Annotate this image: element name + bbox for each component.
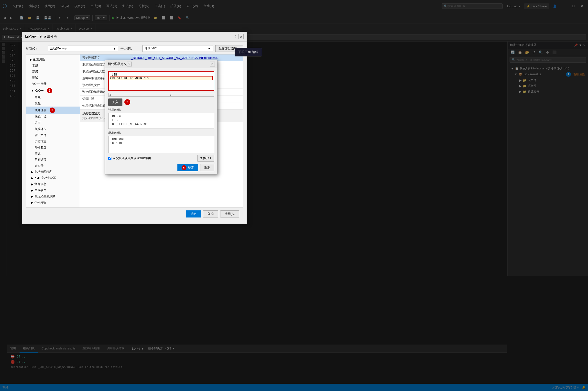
tree-advanced-cpp[interactable]: 高级	[26, 151, 80, 157]
preproc-line-1: _LIB	[110, 73, 213, 76]
tree-cpp-arrow: ▼	[31, 89, 34, 92]
preproc-cancel-button[interactable]: 取消	[200, 164, 214, 171]
preproc-close-button[interactable]: ✕	[210, 62, 215, 67]
properties-dialog-titlebar: LibNewmat_a 属性页 ? ✕	[22, 32, 247, 42]
preproc-dialog-titlebar: 预处理器定义 ? ✕	[105, 60, 217, 68]
tree-codegen[interactable]: 代码生成	[26, 114, 80, 120]
inherited-values-area[interactable]: _UNICODE UNICODE	[108, 136, 214, 153]
tree-config-arrow: ▶	[30, 58, 32, 61]
step5-bubble: 5	[124, 99, 130, 105]
inherit-checkbox-row: 从父级或项目默认设置继承(I) 宏(M) >>	[108, 155, 214, 162]
tree-browse-info[interactable]: 浏览信息	[26, 138, 80, 144]
prop-name-preprocessor-defs: 预处理器定义	[82, 56, 131, 60]
tree-vcdirs[interactable]: VC++ 目录	[26, 81, 80, 87]
tree-precompiled[interactable]: 预编译头	[26, 126, 80, 132]
properties-dialog-close[interactable]: ✕	[238, 34, 244, 39]
platform-dropdown[interactable]: 活动(x64) ▼	[142, 45, 213, 52]
platform-arrow: ▼	[208, 47, 211, 50]
preproc-dialog-body: _LIB ◀──────────────────────────────────…	[105, 68, 217, 174]
platform-label: 平台(P):	[120, 46, 140, 51]
step2-bubble: 2	[47, 88, 52, 93]
preproc-add-button[interactable]: 加入	[108, 98, 122, 106]
inherited-val-2: UNICODE	[110, 141, 213, 145]
properties-dialog-help[interactable]: ?	[234, 35, 236, 39]
tree-general-cpp[interactable]: 常规	[26, 94, 80, 100]
tree-all-options[interactable]: 所有选项	[26, 157, 80, 163]
platform-value: 活动(x64)	[145, 46, 157, 51]
tree-external-includes[interactable]: 外部包含	[26, 144, 80, 151]
tree-browse[interactable]: ▶ 浏览信息	[26, 181, 80, 187]
prop-value-preprocessor-defs: _DEBUG; _LIB; _CRT_SECURE_NO_WARNINGS;%(…	[131, 56, 240, 60]
config-dropdown[interactable]: 活动(Debug) ▼	[48, 45, 118, 52]
config-arrow: ▼	[113, 47, 116, 50]
tree-optimize[interactable]: 优化	[26, 100, 80, 106]
step6-bubble-inline: 6	[182, 165, 187, 170]
tree-config-properties[interactable]: ▶ 配置属性	[26, 56, 80, 63]
tree-cpp-label: C/C++	[35, 89, 44, 92]
step3-bubble: 3	[50, 107, 55, 113]
preproc-footer: 6 确定 取消	[108, 164, 214, 171]
inherit-checkbox-label: 从父级或项目默认设置继承(I)	[113, 156, 151, 160]
properties-cancel-button[interactable]: 取消	[203, 210, 218, 217]
properties-ok-button[interactable]: 确定	[186, 210, 201, 217]
computed-val-1: _DEBUG	[110, 114, 213, 118]
properties-dialog-title: LibNewmat_a 属性页	[25, 34, 234, 39]
tree-advanced[interactable]: 高级	[26, 69, 80, 75]
preproc-hscroll[interactable]: ◀──────────────────────────────────▶	[108, 93, 214, 97]
tree-xmlgen[interactable]: ▶ XML 文档生成器	[26, 175, 80, 181]
preproc-help-button[interactable]: ?	[127, 62, 132, 67]
properties-tree-panel: ▶ 配置属性 常规 高级 调试 VC++ 目录 ▼ C/C++ 2 常规 优化 …	[26, 55, 80, 207]
callout-dropdown-text: 下拉三角 编辑	[238, 50, 258, 54]
tree-cpp[interactable]: ▼ C/C++ 2	[26, 87, 80, 94]
preproc-dialog: 预处理器定义 ? ✕ _LIB ◀───────────────────────…	[105, 60, 217, 175]
tree-buildevent[interactable]: ▶ 生成事件	[26, 187, 80, 193]
preproc-ok-label: 确定	[188, 166, 194, 169]
properties-dialog-footer: 确定 取消 应用(A)	[26, 208, 243, 220]
computed-val-2: _LIB	[110, 118, 213, 122]
callout-dropdown: 下拉三角 编辑	[235, 48, 262, 56]
computed-label: 计算的值:	[108, 108, 214, 112]
tree-custombuild[interactable]: ▶ 自定义生成步骤	[26, 193, 80, 199]
inherited-label: 继承的值:	[108, 131, 214, 135]
tree-language[interactable]: 语言	[26, 120, 80, 126]
config-value: 活动(Debug)	[50, 46, 67, 51]
tree-codeanalysis[interactable]: ▶ 代码分析	[26, 199, 80, 205]
inherit-checkbox[interactable]	[108, 157, 111, 160]
inherited-val-1: _UNICODE	[110, 137, 213, 141]
tree-preprocessor[interactable]: 预处理器 3	[26, 106, 80, 114]
tree-config-label: 配置属性	[33, 57, 45, 62]
preproc-ok-button[interactable]: 6 确定	[178, 164, 198, 171]
properties-apply-button[interactable]: 应用(A)	[220, 210, 239, 217]
preproc-line-2-highlighted	[110, 76, 213, 80]
config-row: 配置(C): 活动(Debug) ▼ 平台(P): 活动(x64) ▼ 配置管理…	[26, 45, 243, 52]
preproc-input-field[interactable]	[110, 77, 212, 80]
config-label: 配置(C):	[26, 46, 45, 51]
computed-values-area[interactable]: _DEBUG _LIB CRT_SECURE_NO_WARNINGS	[108, 113, 214, 129]
preproc-add-row: 加入 5	[108, 98, 214, 106]
tree-debug[interactable]: 调试	[26, 75, 80, 81]
tree-cmdline[interactable]: 命令行	[26, 163, 80, 169]
computed-val-3: CRT_SECURE_NO_WARNINGS	[110, 122, 213, 126]
tree-general[interactable]: 常规	[26, 63, 80, 69]
preproc-dialog-title: 预处理器定义	[108, 62, 127, 66]
preproc-input-area[interactable]: _LIB	[108, 71, 214, 91]
macro-button[interactable]: 宏(M) >>	[197, 155, 214, 162]
tree-output-files[interactable]: 输出文件	[26, 132, 80, 138]
tree-docmgr[interactable]: ▶ 文档管理程序	[26, 169, 80, 175]
